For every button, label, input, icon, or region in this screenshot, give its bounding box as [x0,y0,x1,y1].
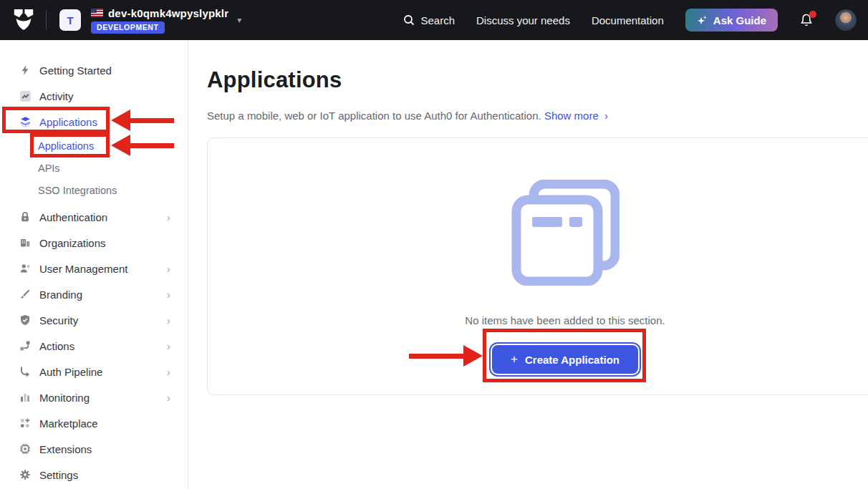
chevron-right-icon: › [167,211,170,223]
brush-icon [19,288,32,301]
search-label: Search [420,14,455,26]
sidebar-subitem-apis[interactable]: APIs [0,157,188,179]
auth0-logo-icon[interactable] [11,7,36,33]
sidebar-item-label: Activity [39,90,74,102]
sidebar-item-monitoring[interactable]: Monitoring› [0,384,188,410]
sidebar-item-actions[interactable]: Actions› [0,333,188,359]
main-content: Applications Setup a mobile, web or IoT … [189,40,868,489]
auth0-dashboard: T dev-k0qmk4wpyslypklr DEVELOPMENT ▾ Sea… [0,0,868,489]
sidebar-item-getting-started[interactable]: Getting Started [0,57,188,83]
sidebar-item-organizations[interactable]: Organizations [0,230,188,256]
sidebar-item-label: Authentication [39,211,107,223]
chevron-right-icon: › [167,314,170,326]
chevron-right-icon: › [167,289,170,301]
tenant-switcher[interactable]: dev-k0qmk4wpyslypklr DEVELOPMENT [91,7,228,34]
connector-icon [19,339,32,352]
sidebar-item-label: Getting Started [39,64,112,77]
sidebar-item-label: Branding [39,289,82,301]
sidebar-item-label: User Management [39,263,127,275]
sparkle-icon [697,15,708,26]
sidebar-item-applications[interactable]: Applications [0,109,188,135]
notification-dot [809,11,816,18]
page-title: Applications [207,67,342,93]
sidebar-item-label: Security [39,314,78,326]
chip-icon [19,442,32,455]
plus-icon: + [511,352,518,367]
sidebar-item-label: Organizations [39,237,106,249]
sidebar-item-activity[interactable]: Activity [0,83,188,109]
tenant-name: dev-k0qmk4wpyslypklr [108,7,228,19]
divider [46,11,47,29]
us-flag-icon [91,9,103,17]
sidebar-item-label: SSO Integrations [38,185,117,196]
page-subtitle: Setup a mobile, web or IoT application t… [207,110,608,122]
sidebar-subitem-applications[interactable]: Applications [0,135,188,157]
gear-icon [19,468,32,481]
show-more-link[interactable]: Show more › [544,110,608,122]
sidebar-item-security[interactable]: Security› [0,307,188,333]
user-avatar[interactable] [835,9,857,31]
shield-check-icon [19,314,32,326]
sidebar-item-label: APIs [38,163,60,174]
notifications-button[interactable] [799,13,814,27]
discuss-your-needs-link[interactable]: Discuss your needs [476,14,570,26]
chevron-right-icon: › [167,392,170,404]
sidebar-item-auth-pipeline[interactable]: Auth Pipeline› [0,359,188,384]
sidebar-item-label: Monitoring [39,392,90,404]
create-application-button[interactable]: + Create Application [491,344,640,375]
applications-empty-state-card: No items have been added to this section… [207,137,868,395]
sidebar-item-label: Marketplace [39,417,98,430]
chevron-right-icon: › [167,366,170,378]
lock-icon [19,210,32,223]
grid-plus-icon [19,417,32,430]
sidebar-item-user-management[interactable]: User Management› [0,256,188,281]
discuss-label: Discuss your needs [476,14,570,26]
documentation-link[interactable]: Documentation [592,14,664,26]
bar-chart-icon [19,391,32,404]
search-icon [403,14,415,26]
sidebar-item-label: Applications [38,140,94,152]
bolt-icon [19,64,32,77]
search-button[interactable]: Search [403,14,455,26]
ask-guide-button[interactable]: Ask Guide [685,9,778,32]
sidebar-item-label: Extensions [39,443,92,455]
user-gear-icon [19,262,32,275]
sidebar-item-extensions[interactable]: Extensions [0,436,188,462]
sidebar-subitem-sso-integrations[interactable]: SSO Integrations [0,179,188,201]
environment-badge: DEVELOPMENT [91,21,165,34]
documentation-label: Documentation [592,14,664,26]
sidebar-item-branding[interactable]: Branding› [0,281,188,307]
activity-icon [19,89,32,102]
sidebar-item-settings[interactable]: Settings [0,462,188,488]
building-icon [19,236,32,249]
create-application-label: Create Application [525,354,619,366]
sidebar-item-marketplace[interactable]: Marketplace [0,410,188,436]
pipeline-icon [19,365,32,378]
chevron-right-icon: › [167,263,170,275]
sidebar-item-label: Auth Pipeline [39,366,102,378]
sidebar-item-authentication[interactable]: Authentication› [0,204,188,230]
chevron-right-icon: › [167,340,170,352]
tenant-initial-tile[interactable]: T [59,9,81,31]
top-bar: T dev-k0qmk4wpyslypklr DEVELOPMENT ▾ Sea… [0,0,868,40]
empty-state-message: No items have been added to this section… [465,314,665,326]
sidebar-nav: Getting StartedActivityApplicationsAppli… [0,40,188,489]
ask-guide-label: Ask Guide [713,14,766,26]
chevron-down-icon[interactable]: ▾ [237,15,241,25]
chevron-right-icon: › [604,110,608,122]
sidebar-item-label: Settings [39,469,78,481]
applications-empty-icon [511,180,619,286]
sidebar-item-label: Actions [39,340,74,352]
sidebar-item-label: Applications [39,116,97,128]
subtitle-text: Setup a mobile, web or IoT application t… [207,110,541,122]
layers-icon [19,115,32,128]
